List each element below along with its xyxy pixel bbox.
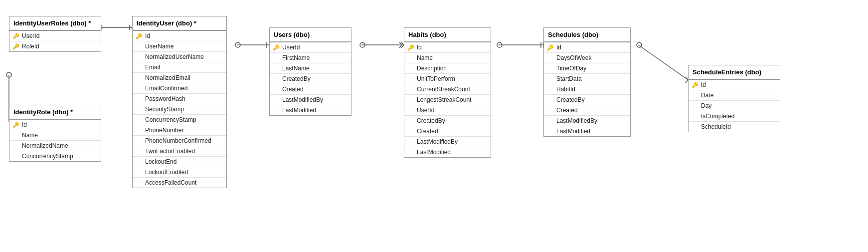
field-name: TwoFactorEnabled	[145, 148, 195, 155]
key-icon: 🔑	[136, 33, 143, 39]
table-row: 🔑 AccessFailedCount	[133, 178, 226, 188]
field-name: LongestStreakCount	[417, 96, 471, 103]
table-row: 🔑 Id	[404, 42, 491, 53]
table-row: 🔑 CreatedBy	[544, 95, 630, 105]
table-row: 🔑 UserId	[404, 105, 491, 116]
table-row: 🔑 ScheduleId	[689, 122, 780, 132]
svg-line-14	[399, 42, 402, 45]
table-row: 🔑 Name	[9, 130, 101, 141]
table-row: 🔑 LastModifiedBy	[270, 95, 351, 105]
table-row: 🔑 TwoFactorEnabled	[133, 146, 226, 157]
svg-point-7	[235, 42, 240, 47]
table-row: 🔑 NormalizedEmail	[133, 73, 226, 83]
table-row: 🔑 CreatedBy	[404, 116, 491, 126]
field-name: PasswordHash	[145, 95, 185, 102]
field-name: Date	[701, 92, 713, 99]
table-row: 🔑 LastModified	[404, 147, 491, 157]
table-users-header: Users (dbo)	[270, 28, 351, 42]
field-name: NormalizedName	[22, 142, 68, 149]
svg-line-15	[399, 45, 402, 48]
table-row: 🔑 DaysOfWeek	[544, 53, 630, 63]
field-name: FirstName	[282, 54, 310, 61]
key-icon: 🔑	[692, 82, 698, 88]
field-name: NormalizedUserName	[145, 53, 204, 60]
field-name: AccessFailedCount	[145, 179, 196, 186]
table-schedules: Schedules (dbo) 🔑 Id 🔑 DaysOfWeek 🔑 Time…	[543, 27, 631, 137]
key-icon: 🔑	[407, 44, 414, 51]
field-name: LastModifiedBy	[556, 117, 597, 124]
field-name: CreatedBy	[282, 75, 311, 82]
table-row: 🔑 UserId	[9, 31, 101, 41]
table-scheduleentries-header: ScheduleEntries (dbo)	[689, 65, 780, 80]
table-row: 🔑 PhoneNumber	[133, 125, 226, 136]
field-name: UserId	[282, 44, 300, 51]
table-row: 🔑 Name	[404, 53, 491, 63]
table-row: 🔑 NormalizedUserName	[133, 52, 226, 62]
table-row: 🔑 LastModified	[544, 126, 630, 136]
table-users: Users (dbo) 🔑 UserId 🔑 FirstName 🔑 LastN…	[269, 27, 351, 116]
table-identityrole: IdentityRole (dbo) * 🔑 Id 🔑 Name 🔑 Norma…	[9, 105, 101, 162]
table-habits: Habits (dbo) 🔑 Id 🔑 Name 🔑 Description 🔑…	[404, 27, 491, 158]
key-icon: 🔑	[547, 44, 554, 51]
table-row: 🔑 Description	[404, 63, 491, 74]
field-name: UserId	[22, 32, 39, 39]
field-name: Created	[556, 107, 578, 114]
table-row: 🔑 LockoutEnabled	[133, 167, 226, 178]
table-row: 🔑 Created	[270, 84, 351, 95]
table-row: 🔑 LastName	[270, 63, 351, 74]
key-icon: 🔑	[273, 44, 280, 51]
table-row: 🔑 LastModified	[270, 105, 351, 115]
table-identityuserroles: IdentityUserRoles (dbo) * 🔑 UserId 🔑 Rol…	[9, 16, 101, 52]
table-row: 🔑 SecurityStamp	[133, 104, 226, 115]
field-name: LastName	[282, 65, 310, 72]
key-icon: 🔑	[12, 33, 19, 39]
field-name: ConcurrencyStamp	[22, 153, 73, 160]
field-name: Day	[701, 102, 711, 109]
field-name: IsCompleted	[701, 113, 734, 120]
svg-point-11	[360, 42, 365, 47]
field-name: LastModifiedBy	[417, 138, 458, 145]
table-row: 🔑 Id	[544, 42, 630, 53]
table-row: 🔑 PhoneNumberConfirmed	[133, 136, 226, 146]
svg-point-21	[637, 42, 642, 47]
table-row: 🔑 ConcurrencyStamp	[9, 151, 101, 161]
field-name: Name	[417, 54, 433, 61]
table-row: 🔑 FirstName	[270, 53, 351, 63]
field-name: RoleId	[22, 43, 39, 50]
table-row: 🔑 LastModifiedBy	[404, 137, 491, 147]
table-row: 🔑 LongestStreakCount	[404, 95, 491, 105]
field-name: DaysOfWeek	[556, 54, 591, 61]
field-name: CreatedBy	[556, 96, 585, 103]
field-name: ConcurrencyStamp	[145, 116, 196, 123]
diagram-canvas: IdentityUserRoles (dbo) * 🔑 UserId 🔑 Rol…	[0, 0, 868, 252]
table-row: 🔑 ConcurrencyStamp	[133, 115, 226, 125]
table-row: 🔑 Email	[133, 62, 226, 73]
field-name: CurrentStreakCount	[417, 86, 470, 93]
table-row: 🔑 Created	[544, 105, 630, 116]
table-row: 🔑 IsCompleted	[689, 111, 780, 122]
table-row: 🔑 CurrentStreakCount	[404, 84, 491, 95]
table-row: 🔑 Id	[9, 120, 101, 130]
table-habits-header: Habits (dbo)	[404, 28, 491, 42]
field-name: Id	[145, 32, 150, 39]
table-row: 🔑 UnitToPerform	[404, 74, 491, 84]
key-icon: 🔑	[12, 122, 19, 128]
field-name: HabitId	[556, 86, 575, 93]
field-name: StartData	[556, 75, 582, 82]
field-name: Id	[417, 44, 422, 51]
table-row: 🔑 LockoutEnd	[133, 157, 226, 167]
field-name: Created	[417, 128, 438, 135]
field-name: Name	[22, 132, 38, 139]
field-name: UserName	[145, 43, 174, 50]
table-identityuser: IdentityUser (dbo) * 🔑 Id 🔑 UserName 🔑 N…	[132, 16, 227, 188]
table-scheduleentries: ScheduleEntries (dbo) 🔑 Id 🔑 Date 🔑 Day …	[688, 65, 780, 132]
table-row: 🔑 RoleId	[9, 41, 101, 51]
field-name: Id	[701, 81, 706, 88]
field-name: TimeOfDay	[556, 65, 586, 72]
table-row: 🔑 Id	[133, 31, 226, 41]
field-name: LastModifiedBy	[282, 96, 323, 103]
table-row: 🔑 Day	[689, 101, 780, 111]
field-name: Created	[282, 86, 304, 93]
field-name: UserId	[417, 107, 434, 114]
field-name: Email	[145, 64, 160, 71]
